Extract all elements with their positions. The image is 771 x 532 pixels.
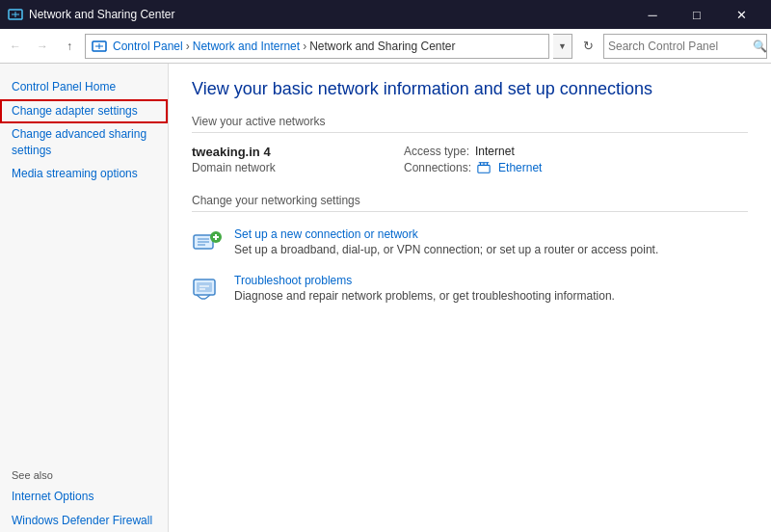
window-controls: ─ □ ✕ <box>630 0 763 29</box>
search-box: 🔍 <box>603 34 767 59</box>
troubleshoot-icon <box>192 274 223 305</box>
sidebar-item-internet-options[interactable]: Internet Options <box>0 485 168 509</box>
change-settings-header: Change your networking settings <box>192 194 748 212</box>
network-access-block: Access type: Internet Connections: Ether… <box>404 145 542 174</box>
close-button[interactable]: ✕ <box>719 0 763 29</box>
address-path: Control Panel › Network and Internet › N… <box>85 34 549 59</box>
action-troubleshoot: Troubleshoot problems Diagnose and repai… <box>192 274 748 305</box>
breadcrumb-control-panel[interactable]: Control Panel <box>113 40 183 53</box>
access-type-value: Internet <box>475 145 515 158</box>
action-new-connection: Set up a new connection or network Set u… <box>192 227 748 258</box>
network-name: tweaking.in 4 <box>192 145 404 159</box>
sidebar-item-change-adapter-settings[interactable]: Change adapter settings <box>0 99 168 123</box>
connections-label: Connections: <box>404 161 471 174</box>
back-button[interactable]: ← <box>4 35 27 58</box>
sidebar-item-change-advanced-sharing[interactable]: Change advanced sharing settings <box>0 123 168 162</box>
search-button[interactable]: 🔍 <box>753 38 767 55</box>
access-type-row: Access type: Internet <box>404 145 542 158</box>
ethernet-icon <box>477 161 491 174</box>
address-bar: ← → ↑ Control Panel › Network and Intern… <box>0 29 771 64</box>
main-layout: Control Panel Home Change adapter settin… <box>0 64 771 532</box>
network-type: Domain network <box>192 161 404 174</box>
troubleshoot-text: Troubleshoot problems Diagnose and repai… <box>234 274 615 303</box>
sidebar-item-control-panel-home[interactable]: Control Panel Home <box>0 75 168 99</box>
window-icon <box>8 7 23 22</box>
network-info: tweaking.in 4 Domain network Access type… <box>192 145 748 174</box>
svg-rect-6 <box>478 165 490 173</box>
new-connection-link[interactable]: Set up a new connection or network <box>234 227 658 241</box>
window-title: Network and Sharing Center <box>29 8 630 21</box>
breadcrumb-network-internet[interactable]: Network and Internet <box>193 40 300 53</box>
see-also-label: See also <box>0 456 168 485</box>
up-button[interactable]: ↑ <box>58 35 81 58</box>
new-connection-desc: Set up a broadband, dial-up, or VPN conn… <box>234 243 658 256</box>
sidebar: Control Panel Home Change adapter settin… <box>0 64 169 532</box>
address-dropdown[interactable]: ▼ <box>553 34 572 59</box>
search-input[interactable] <box>608 40 753 53</box>
svg-rect-19 <box>197 282 212 292</box>
sidebar-item-media-streaming[interactable]: Media streaming options <box>0 162 168 186</box>
ethernet-link[interactable]: Ethernet <box>498 161 542 174</box>
troubleshoot-link[interactable]: Troubleshoot problems <box>234 274 615 287</box>
access-type-label: Access type: <box>404 145 469 158</box>
troubleshoot-desc: Diagnose and repair network problems, or… <box>234 289 615 303</box>
connections-row: Connections: Ethernet <box>404 161 542 174</box>
new-connection-text: Set up a new connection or network Set u… <box>234 227 658 256</box>
sidebar-item-windows-defender[interactable]: Windows Defender Firewall <box>0 509 168 532</box>
minimize-button[interactable]: ─ <box>630 0 675 29</box>
active-networks-header: View your active networks <box>192 115 748 133</box>
page-title: View your basic network information and … <box>192 79 748 99</box>
network-name-block: tweaking.in 4 Domain network <box>192 145 404 174</box>
content-area: View your basic network information and … <box>169 64 771 532</box>
refresh-button[interactable]: ↻ <box>576 35 599 58</box>
forward-button[interactable]: → <box>31 35 54 58</box>
title-bar: Network and Sharing Center ─ □ ✕ <box>0 0 771 29</box>
new-connection-icon <box>192 227 223 258</box>
maximize-button[interactable]: □ <box>675 0 719 29</box>
breadcrumb-current: Network and Sharing Center <box>309 40 455 53</box>
